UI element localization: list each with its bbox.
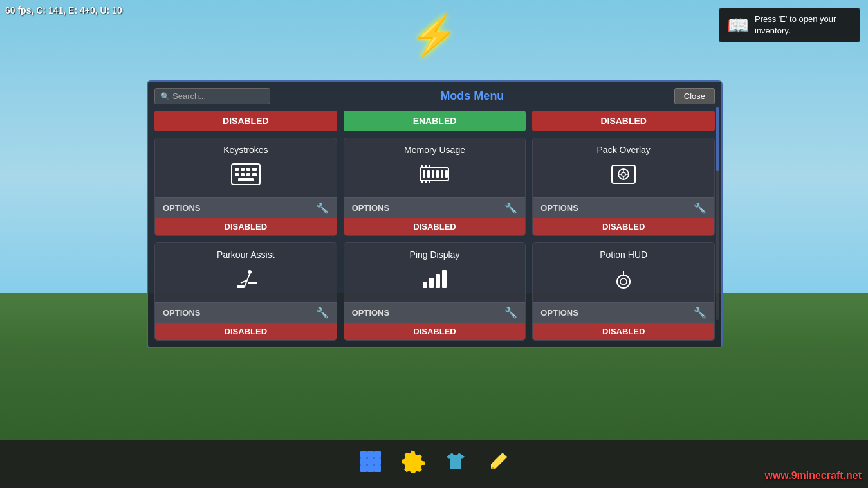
svg-point-25 (622, 172, 625, 176)
card-options-label-0: OPTIONS (163, 203, 201, 213)
svg-rect-23 (612, 165, 635, 183)
card-toggle-1[interactable]: DISABLED (344, 218, 526, 235)
svg-point-30 (248, 270, 252, 274)
wrench-icon-0: 🔧 (316, 202, 329, 214)
svg-rect-16 (445, 170, 448, 178)
svg-rect-17 (421, 165, 423, 168)
mods-menu-modal: 🔍 Mods Menu Close DISABLED ENABLED DISAB… (147, 80, 723, 348)
svg-line-31 (247, 274, 250, 280)
card-toggle-5[interactable]: DISABLED (533, 323, 714, 340)
pencil-icon[interactable] (486, 450, 510, 478)
svg-rect-20 (421, 181, 423, 183)
gear-icon[interactable] (402, 450, 425, 478)
svg-point-40 (617, 275, 630, 288)
svg-rect-3 (246, 168, 250, 171)
status-btn-1[interactable]: ENABLED (344, 111, 526, 131)
card-title-0: Keystrokes (155, 138, 337, 159)
card-title-4: Ping Display (344, 243, 526, 264)
card-options-4[interactable]: OPTIONS 🔧 (344, 302, 526, 323)
card-toggle-4[interactable]: DISABLED (344, 323, 526, 340)
svg-rect-1 (235, 168, 239, 171)
lightning-icon: ⚡ (410, 13, 458, 59)
tooltip-text: Press 'E' to open your inventory. (755, 14, 852, 37)
status-row: DISABLED ENABLED DISABLED (154, 111, 715, 131)
svg-rect-48 (367, 458, 374, 465)
card-options-2[interactable]: OPTIONS 🔧 (533, 197, 714, 218)
search-bar[interactable]: 🔍 (154, 88, 270, 104)
card-icon-parkour (155, 264, 337, 302)
svg-rect-14 (436, 170, 439, 178)
svg-rect-4 (252, 168, 257, 171)
grid-icon[interactable] (359, 450, 382, 478)
card-options-label-5: OPTIONS (540, 308, 578, 318)
card-icon-keystrokes (155, 159, 337, 197)
card-parkour-assist: Parkour Assist OPTIONS 🔧 DISABLED (154, 242, 337, 341)
svg-rect-6 (241, 173, 245, 176)
svg-rect-46 (374, 451, 381, 458)
card-options-label-2: OPTIONS (540, 203, 578, 213)
watermark: www.9minecraft.net (764, 470, 862, 482)
card-options-label-1: OPTIONS (352, 203, 390, 213)
svg-rect-39 (442, 270, 447, 288)
card-icon-memory (344, 159, 526, 197)
card-options-label-3: OPTIONS (163, 308, 201, 318)
svg-rect-5 (235, 173, 239, 176)
svg-rect-9 (238, 178, 254, 181)
svg-rect-13 (432, 170, 434, 178)
taskbar (0, 440, 868, 488)
card-toggle-2[interactable]: DISABLED (533, 218, 714, 235)
watermark-text: www.9minecraft.net (764, 470, 862, 481)
card-title-2: Pack Overlay (533, 138, 714, 159)
inventory-tooltip: 📖 Press 'E' to open your inventory. (719, 8, 860, 42)
card-options-1[interactable]: OPTIONS 🔧 (344, 197, 526, 218)
status-btn-0[interactable]: DISABLED (154, 111, 337, 131)
svg-rect-2 (241, 168, 245, 171)
card-pack-overlay: Pack Overlay OPTIONS 🔧 DISABLED (532, 138, 715, 236)
svg-rect-12 (427, 170, 430, 178)
card-ping-display: Ping Display OPTIONS 🔧 DISABLED (344, 242, 526, 341)
svg-rect-38 (436, 274, 440, 288)
wrench-icon-4: 🔧 (504, 307, 517, 319)
card-options-5[interactable]: OPTIONS 🔧 (533, 302, 714, 323)
card-icon-potion (533, 264, 714, 302)
card-potion-hud: Potion HUD OPTIONS 🔧 DISABLED (532, 242, 715, 341)
card-title-1: Memory Usage (344, 138, 526, 159)
svg-rect-45 (367, 451, 374, 458)
card-icon-pack (533, 159, 714, 197)
svg-rect-7 (246, 173, 250, 176)
search-input[interactable] (172, 91, 264, 101)
svg-rect-15 (441, 170, 443, 178)
modal-title: Mods Menu (270, 89, 674, 103)
hud-fps-text: 60 fps, C: 141, E: 4+0, U: 10 (5, 5, 122, 15)
card-title-5: Potion HUD (533, 243, 714, 264)
card-keystrokes: Keystrokes OPTIONS 🔧 (154, 138, 337, 236)
wrench-icon-5: 🔧 (694, 307, 706, 319)
shirt-icon[interactable] (444, 450, 467, 478)
wrench-icon-3: 🔧 (316, 307, 329, 319)
scrollbar-thumb[interactable] (716, 107, 719, 171)
scrollbar[interactable] (716, 107, 719, 320)
svg-rect-52 (374, 465, 381, 472)
svg-rect-35 (248, 282, 257, 284)
card-options-label-4: OPTIONS (352, 308, 390, 318)
svg-rect-50 (360, 465, 367, 472)
book-icon: 📖 (727, 15, 750, 36)
svg-rect-51 (367, 465, 374, 472)
svg-rect-22 (429, 181, 430, 183)
search-icon: 🔍 (160, 92, 170, 101)
wrench-icon-2: 🔧 (694, 202, 706, 214)
card-toggle-0[interactable]: DISABLED (155, 218, 337, 235)
card-options-3[interactable]: OPTIONS 🔧 (155, 302, 337, 323)
card-toggle-3[interactable]: DISABLED (155, 323, 337, 340)
svg-rect-8 (252, 173, 257, 176)
card-memory-usage: Memory Usage (344, 138, 526, 236)
svg-rect-11 (423, 170, 425, 178)
card-options-0[interactable]: OPTIONS 🔧 (155, 197, 337, 218)
close-button[interactable]: Close (674, 88, 715, 104)
status-btn-2[interactable]: DISABLED (532, 111, 715, 131)
svg-rect-47 (360, 458, 367, 465)
svg-rect-18 (425, 165, 427, 168)
cards-grid: Keystrokes OPTIONS 🔧 (154, 138, 715, 341)
svg-rect-36 (423, 282, 427, 288)
card-icon-ping (344, 264, 526, 302)
